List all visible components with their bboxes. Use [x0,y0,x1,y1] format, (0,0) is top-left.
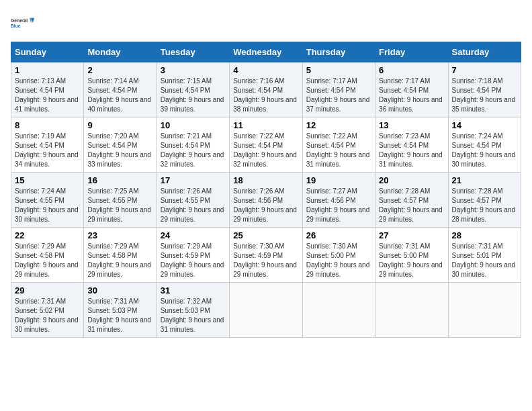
logo-icon: GeneralBlue [11,11,35,35]
calendar-week-row: 1 Sunrise: 7:13 AM Sunset: 4:54 PM Dayli… [11,62,521,118]
day-number: 10 [161,120,226,130]
day-number: 20 [379,175,444,185]
day-number: 17 [161,175,226,185]
day-info: Sunrise: 7:31 AM Sunset: 5:03 PM Dayligh… [87,297,152,334]
day-number: 27 [379,230,444,240]
calendar-cell: 21 Sunrise: 7:28 AM Sunset: 4:57 PM Dayl… [448,173,521,228]
day-info: Sunrise: 7:23 AM Sunset: 4:54 PM Dayligh… [379,132,444,169]
day-number: 7 [452,65,517,75]
day-number: 11 [233,120,298,130]
calendar-table: SundayMondayTuesdayWednesdayThursdayFrid… [11,42,521,338]
day-info: Sunrise: 7:31 AM Sunset: 5:00 PM Dayligh… [379,242,444,279]
calendar-cell: 17 Sunrise: 7:26 AM Sunset: 4:55 PM Dayl… [157,173,229,228]
day-info: Sunrise: 7:14 AM Sunset: 4:54 PM Dayligh… [87,77,152,114]
calendar-cell: 6 Sunrise: 7:17 AM Sunset: 4:54 PM Dayli… [375,62,448,118]
calendar-cell: 20 Sunrise: 7:28 AM Sunset: 4:57 PM Dayl… [375,173,448,228]
day-number: 9 [87,120,152,130]
day-info: Sunrise: 7:24 AM Sunset: 4:55 PM Dayligh… [15,187,80,224]
calendar-cell: 4 Sunrise: 7:16 AM Sunset: 4:54 PM Dayli… [230,62,302,118]
day-number: 22 [15,230,80,240]
day-info: Sunrise: 7:32 AM Sunset: 5:03 PM Dayligh… [161,297,226,334]
calendar-cell: 7 Sunrise: 7:18 AM Sunset: 4:54 PM Dayli… [448,62,521,118]
day-info: Sunrise: 7:30 AM Sunset: 5:00 PM Dayligh… [306,242,371,279]
calendar-cell: 23 Sunrise: 7:29 AM Sunset: 4:58 PM Dayl… [84,228,157,283]
day-info: Sunrise: 7:25 AM Sunset: 4:55 PM Dayligh… [87,187,152,224]
calendar-week-row: 8 Sunrise: 7:19 AM Sunset: 4:54 PM Dayli… [11,118,521,173]
calendar-cell: 12 Sunrise: 7:22 AM Sunset: 4:54 PM Dayl… [302,118,375,173]
calendar-cell: 30 Sunrise: 7:31 AM Sunset: 5:03 PM Dayl… [84,283,157,338]
header: GeneralBlue [11,11,521,35]
day-info: Sunrise: 7:19 AM Sunset: 4:54 PM Dayligh… [15,132,80,169]
day-number: 15 [15,175,80,185]
day-info: Sunrise: 7:30 AM Sunset: 4:59 PM Dayligh… [233,242,298,279]
svg-text:Blue: Blue [11,24,21,28]
calendar-cell: 11 Sunrise: 7:22 AM Sunset: 4:54 PM Dayl… [230,118,302,173]
logo: GeneralBlue [11,11,35,35]
day-number: 16 [87,175,152,185]
day-number: 1 [15,65,80,75]
day-number: 5 [306,65,371,75]
day-number: 8 [15,120,80,130]
day-number: 19 [306,175,371,185]
day-number: 14 [452,120,517,130]
day-number: 3 [161,65,226,75]
calendar-cell: 5 Sunrise: 7:17 AM Sunset: 4:54 PM Dayli… [302,62,375,118]
calendar-cell: 29 Sunrise: 7:31 AM Sunset: 5:02 PM Dayl… [11,283,84,338]
day-info: Sunrise: 7:31 AM Sunset: 5:02 PM Dayligh… [15,297,80,334]
day-number: 23 [87,230,152,240]
day-number: 30 [87,285,152,295]
day-info: Sunrise: 7:21 AM Sunset: 4:54 PM Dayligh… [161,132,226,169]
day-info: Sunrise: 7:22 AM Sunset: 4:54 PM Dayligh… [306,132,371,169]
day-info: Sunrise: 7:17 AM Sunset: 4:54 PM Dayligh… [379,77,444,114]
calendar-cell: 1 Sunrise: 7:13 AM Sunset: 4:54 PM Dayli… [11,62,84,118]
calendar-cell: 15 Sunrise: 7:24 AM Sunset: 4:55 PM Dayl… [11,173,84,228]
day-info: Sunrise: 7:13 AM Sunset: 4:54 PM Dayligh… [15,77,80,114]
calendar-cell [375,283,448,338]
day-info: Sunrise: 7:26 AM Sunset: 4:56 PM Dayligh… [233,187,298,224]
day-info: Sunrise: 7:17 AM Sunset: 4:54 PM Dayligh… [306,77,371,114]
calendar-cell [230,283,302,338]
calendar-cell [302,283,375,338]
calendar-cell: 14 Sunrise: 7:24 AM Sunset: 4:54 PM Dayl… [448,118,521,173]
calendar-cell: 18 Sunrise: 7:26 AM Sunset: 4:56 PM Dayl… [230,173,302,228]
day-info: Sunrise: 7:29 AM Sunset: 4:59 PM Dayligh… [161,242,226,279]
calendar-cell: 25 Sunrise: 7:30 AM Sunset: 4:59 PM Dayl… [230,228,302,283]
calendar-cell: 8 Sunrise: 7:19 AM Sunset: 4:54 PM Dayli… [11,118,84,173]
calendar-cell: 13 Sunrise: 7:23 AM Sunset: 4:54 PM Dayl… [375,118,448,173]
day-info: Sunrise: 7:20 AM Sunset: 4:54 PM Dayligh… [87,132,152,169]
day-number: 4 [233,65,298,75]
day-number: 24 [161,230,226,240]
calendar-header-row: SundayMondayTuesdayWednesdayThursdayFrid… [11,42,521,62]
calendar-cell: 28 Sunrise: 7:31 AM Sunset: 5:01 PM Dayl… [448,228,521,283]
day-info: Sunrise: 7:18 AM Sunset: 4:54 PM Dayligh… [452,77,517,114]
day-info: Sunrise: 7:29 AM Sunset: 4:58 PM Dayligh… [87,242,152,279]
day-number: 25 [233,230,298,240]
calendar-week-row: 15 Sunrise: 7:24 AM Sunset: 4:55 PM Dayl… [11,173,521,228]
calendar-cell: 10 Sunrise: 7:21 AM Sunset: 4:54 PM Dayl… [157,118,229,173]
day-number: 31 [161,285,226,295]
day-number: 2 [87,65,152,75]
day-number: 12 [306,120,371,130]
calendar-cell [448,283,521,338]
day-number: 21 [452,175,517,185]
calendar-cell: 16 Sunrise: 7:25 AM Sunset: 4:55 PM Dayl… [84,173,157,228]
header-thursday: Thursday [302,42,375,62]
header-monday: Monday [84,42,157,62]
header-friday: Friday [375,42,448,62]
calendar-cell: 19 Sunrise: 7:27 AM Sunset: 4:56 PM Dayl… [302,173,375,228]
day-number: 18 [233,175,298,185]
calendar-cell: 31 Sunrise: 7:32 AM Sunset: 5:03 PM Dayl… [157,283,229,338]
header-wednesday: Wednesday [230,42,302,62]
day-number: 29 [15,285,80,295]
calendar-cell: 22 Sunrise: 7:29 AM Sunset: 4:58 PM Dayl… [11,228,84,283]
day-info: Sunrise: 7:29 AM Sunset: 4:58 PM Dayligh… [15,242,80,279]
calendar-cell: 27 Sunrise: 7:31 AM Sunset: 5:00 PM Dayl… [375,228,448,283]
calendar-cell: 26 Sunrise: 7:30 AM Sunset: 5:00 PM Dayl… [302,228,375,283]
calendar-cell: 3 Sunrise: 7:15 AM Sunset: 4:54 PM Dayli… [157,62,229,118]
header-saturday: Saturday [448,42,521,62]
header-tuesday: Tuesday [157,42,229,62]
header-sunday: Sunday [11,42,84,62]
day-number: 13 [379,120,444,130]
day-number: 6 [379,65,444,75]
calendar-week-row: 29 Sunrise: 7:31 AM Sunset: 5:02 PM Dayl… [11,283,521,338]
